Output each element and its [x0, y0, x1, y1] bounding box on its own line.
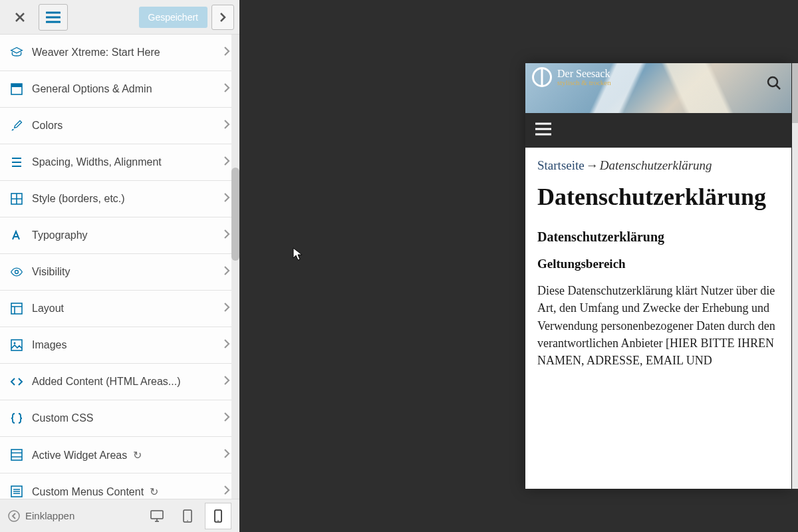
eye-icon: [9, 265, 24, 279]
menu-item-label: Style (borders, etc.): [32, 193, 223, 205]
svg-point-14: [217, 520, 219, 521]
chevron-right-icon: [223, 412, 230, 426]
preview-scrollbar-thumb[interactable]: [792, 63, 798, 123]
menu-item-label: Added Content (HTML Areas...): [32, 376, 223, 388]
collapse-icon: [8, 510, 20, 522]
menu-item-label: Layout: [32, 303, 223, 315]
chevron-right-icon: [223, 156, 230, 170]
menu-item-label: Images: [32, 339, 223, 351]
widget-icon: [9, 448, 24, 462]
menu-item-label: Active Widget Areas ↻: [32, 449, 223, 462]
menu-icon: [9, 484, 24, 499]
menu-item-label: Visibility: [32, 266, 223, 278]
mobile-preview-frame: Der Seesack stylisch & trocken Startseit…: [525, 63, 791, 489]
sidebar-footer: Einklappen: [0, 499, 239, 532]
page-content: Startseite→Datenschutzerklärung Datensch…: [525, 148, 791, 489]
collapse-label: Einklappen: [25, 510, 74, 521]
refresh-icon: ↻: [130, 450, 141, 461]
code-icon: [9, 374, 24, 389]
menu-item-image[interactable]: Images: [0, 327, 239, 364]
menu-item-menu[interactable]: Custom Menus Content ↻: [0, 473, 239, 499]
layout-icon: [9, 301, 24, 316]
tablet-icon: [182, 509, 194, 523]
search-icon: [766, 75, 782, 91]
hamburger-icon: [46, 11, 61, 23]
chevron-right-icon: [223, 192, 230, 206]
customizer-sidebar: Gespeichert Weaver Xtreme: Start HereGen…: [0, 0, 239, 532]
mobile-menu-button[interactable]: [535, 120, 552, 141]
svg-rect-4: [11, 303, 22, 314]
site-header-banner: Der Seesack stylisch & trocken: [525, 63, 791, 113]
site-title: Der Seesack: [557, 68, 611, 79]
menu-item-eye[interactable]: Visibility: [0, 254, 239, 291]
graduation-cap-icon: [9, 45, 24, 60]
settings-menu-list: Weaver Xtreme: Start HereGeneral Options…: [0, 35, 239, 499]
menu-item-label: Weaver Xtreme: Start Here: [32, 47, 223, 59]
chevron-right-icon: [223, 338, 230, 352]
menu-item-label: General Options & Admin: [32, 83, 223, 95]
device-preview-switcher: [144, 503, 231, 529]
typography-icon: [9, 228, 24, 243]
desktop-icon: [150, 509, 164, 523]
saved-status-button: Gespeichert: [139, 7, 207, 28]
chevron-right-icon: [223, 485, 230, 499]
hamburger-icon: [535, 122, 552, 136]
menu-item-label: Spacing, Widths, Alignment: [32, 156, 223, 168]
menu-item-code[interactable]: Added Content (HTML Areas...): [0, 364, 239, 400]
preview-canvas: Der Seesack stylisch & trocken Startseit…: [239, 0, 798, 532]
menu-item-typography[interactable]: Typography: [0, 217, 239, 254]
chevron-right-icon: [223, 375, 230, 389]
preview-scrollbar[interactable]: [792, 63, 798, 489]
site-logo[interactable]: Der Seesack stylisch & trocken: [532, 67, 611, 87]
publish-settings-button[interactable]: [211, 5, 234, 30]
device-desktop-button[interactable]: [144, 503, 170, 529]
breadcrumb-home-link[interactable]: Startseite: [537, 158, 585, 172]
svg-point-15: [768, 77, 777, 86]
grid-icon: [9, 192, 24, 206]
svg-rect-10: [151, 511, 163, 519]
menu-item-graduation-cap[interactable]: Weaver Xtreme: Start Here: [0, 35, 239, 71]
content-paragraph: Diese Datenschutzerklärung klärt Nutzer …: [537, 282, 779, 368]
breadcrumb-separator: →: [586, 158, 598, 172]
menu-item-align[interactable]: Spacing, Widths, Alignment: [0, 144, 239, 181]
svg-point-3: [15, 271, 19, 274]
panel-icon: [9, 82, 24, 96]
sidebar-scrollbar[interactable]: [231, 35, 239, 499]
menu-item-panel[interactable]: General Options & Admin: [0, 71, 239, 108]
mobile-icon: [213, 509, 223, 523]
refresh-icon: ↻: [146, 486, 158, 497]
logo-icon: [532, 67, 552, 87]
device-mobile-button[interactable]: [205, 503, 231, 529]
site-tagline: stylisch & trocken: [557, 79, 611, 86]
svg-rect-7: [11, 450, 22, 460]
menu-item-braces[interactable]: Custom CSS: [0, 400, 239, 437]
sidebar-scrollbar-thumb[interactable]: [231, 168, 239, 261]
braces-icon: [9, 411, 24, 426]
brush-icon: [9, 118, 24, 133]
menu-item-grid[interactable]: Style (borders, etc.): [0, 181, 239, 217]
menu-item-brush[interactable]: Colors: [0, 108, 239, 144]
menu-item-label: Custom Menus Content ↻: [32, 485, 223, 498]
chevron-right-icon: [223, 448, 230, 462]
search-button[interactable]: [766, 75, 782, 95]
content-subheading: Geltungsbereich: [537, 257, 779, 271]
device-tablet-button[interactable]: [174, 503, 201, 529]
align-icon: [9, 155, 24, 170]
breadcrumb: Startseite→Datenschutzerklärung: [537, 158, 779, 173]
close-icon: [15, 12, 25, 23]
sidebar-header: Gespeichert: [0, 0, 239, 35]
menu-item-label: Typography: [32, 229, 223, 241]
content-heading: Datenschutzerklärung: [537, 229, 779, 245]
svg-point-12: [187, 520, 188, 521]
chevron-right-icon: [223, 119, 230, 133]
mobile-nav-bar: [525, 113, 791, 148]
chevron-right-icon: [219, 12, 226, 23]
settings-menu-button[interactable]: [39, 4, 68, 31]
collapse-sidebar-button[interactable]: Einklappen: [8, 510, 144, 522]
chevron-right-icon: [223, 46, 230, 60]
close-button[interactable]: [5, 4, 35, 31]
menu-item-layout[interactable]: Layout: [0, 291, 239, 327]
menu-item-widget[interactable]: Active Widget Areas ↻: [0, 437, 239, 473]
svg-rect-1: [11, 84, 22, 87]
breadcrumb-current: Datenschutzerklärung: [600, 158, 712, 172]
